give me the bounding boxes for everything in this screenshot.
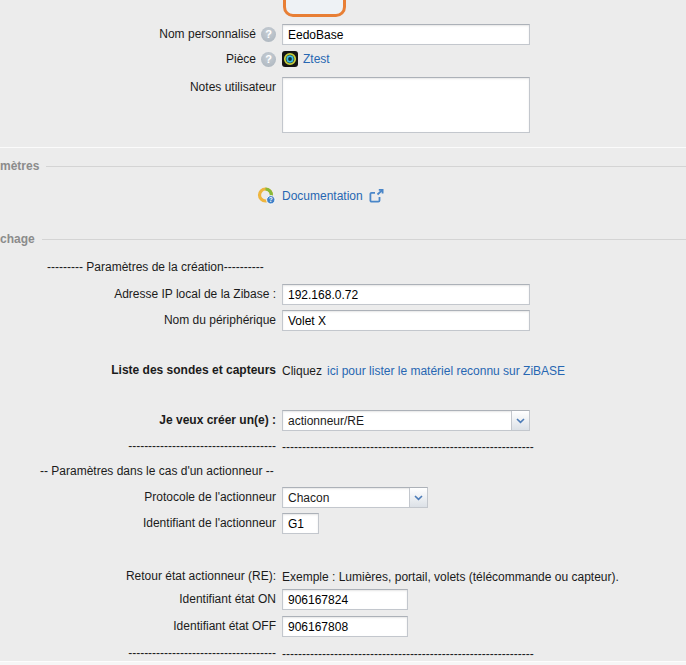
dash-left: -------------------------------------: [128, 646, 276, 661]
partial-orange-button[interactable]: [283, 0, 346, 17]
dashed-separator: ------------------------------------- --…: [0, 439, 686, 454]
help-icon[interactable]: ?: [261, 52, 276, 67]
protocole-select[interactable]: Chacon: [282, 487, 428, 508]
create-type-select[interactable]: actionneur/RE: [282, 410, 530, 431]
help-doc-icon: ?: [257, 186, 276, 205]
help-icon[interactable]: ?: [261, 27, 276, 42]
chevron-down-icon[interactable]: [511, 411, 529, 430]
section-parametres: mètres: [0, 159, 686, 173]
row-etat-on: Identifiant état ON: [0, 589, 686, 610]
row-device-name: Nom du périphérique: [0, 310, 686, 331]
piece-label: Pièce: [226, 52, 256, 67]
svg-text:?: ?: [269, 196, 273, 203]
protocole-label: Protocole de l'actionneur: [144, 490, 276, 505]
divider: [0, 147, 686, 148]
sondes-list-link[interactable]: ici pour lister le matériel reconnu sur …: [327, 364, 565, 378]
row-sondes: Liste des sondes et capteurs Cliquez ici…: [0, 363, 686, 378]
device-name-label: Nom du périphérique: [164, 313, 276, 328]
sondes-label: Liste des sondes et capteurs: [111, 363, 276, 378]
retour-etat-example: Exemple : Lumières, portail, volets (tél…: [282, 570, 619, 584]
section-affichage: chage: [0, 232, 686, 246]
row-actionneur-id: Identifiant de l'actionneur: [0, 513, 686, 534]
create-type-value: actionneur/RE: [283, 414, 511, 428]
device-name-input[interactable]: [282, 310, 530, 331]
chevron-down-icon[interactable]: [409, 488, 427, 507]
actionneur-header: -- Paramètres dans le cas d'un actionneu…: [40, 464, 686, 478]
create-type-label: Je veux créer un(e) :: [159, 413, 276, 428]
etat-off-label: Identifiant état OFF: [173, 619, 276, 634]
actionneur-id-label: Identifiant de l'actionneur: [143, 516, 276, 531]
row-protocole: Protocole de l'actionneur Chacon: [0, 487, 686, 508]
dashed-separator: ------------------------------------- --…: [0, 646, 686, 661]
device-config-page: Nom personnalisé ? Pièce ? Ztest Notes u…: [0, 0, 686, 665]
section-line: [46, 166, 686, 167]
piece-link[interactable]: Ztest: [303, 52, 330, 66]
notes-textarea[interactable]: [282, 77, 530, 133]
etat-off-input[interactable]: [282, 616, 408, 637]
protocole-value: Chacon: [283, 491, 409, 505]
creation-header: --------- Paramètres de la création-----…: [47, 260, 686, 274]
documentation-row: ? Documentation: [257, 186, 384, 205]
row-notes: Notes utilisateur: [0, 77, 686, 133]
sondes-prefix: Cliquez: [282, 364, 322, 378]
section-line: [42, 239, 686, 240]
row-etat-off: Identifiant état OFF: [0, 616, 686, 637]
row-retour-etat: Retour état actionneur (RE): Exemple : L…: [0, 569, 686, 584]
external-link-icon[interactable]: [369, 189, 384, 203]
row-nom-personnalise: Nom personnalisé ?: [0, 24, 686, 45]
dash-left: -------------------------------------: [128, 439, 276, 454]
nom-personnalise-label: Nom personnalisé: [159, 27, 256, 42]
row-create-type: Je veux créer un(e) : actionneur/RE: [0, 410, 686, 431]
actionneur-id-input[interactable]: [282, 513, 319, 534]
bottom-strip: [0, 661, 686, 665]
section-parametres-label: mètres: [0, 159, 39, 173]
creation-header-text: --------- Paramètres de la création-----…: [47, 260, 264, 274]
ip-label: Adresse IP local de la Zibase :: [114, 287, 276, 302]
ip-input[interactable]: [282, 284, 530, 305]
actionneur-header-text: -- Paramètres dans le cas d'un actionneu…: [40, 464, 274, 478]
dash-right: ----------------------------------------…: [282, 647, 534, 661]
notes-label: Notes utilisateur: [190, 80, 276, 95]
nom-personnalise-input[interactable]: [282, 24, 530, 45]
documentation-link[interactable]: Documentation: [282, 189, 363, 203]
room-lens-icon: [282, 51, 298, 67]
etat-on-label: Identifiant état ON: [179, 592, 276, 607]
row-ip: Adresse IP local de la Zibase :: [0, 284, 686, 305]
etat-on-input[interactable]: [282, 589, 408, 610]
retour-etat-label: Retour état actionneur (RE):: [126, 569, 276, 584]
section-affichage-label: chage: [0, 232, 35, 246]
dash-right: ----------------------------------------…: [282, 440, 534, 454]
row-piece: Pièce ? Ztest: [0, 51, 686, 67]
